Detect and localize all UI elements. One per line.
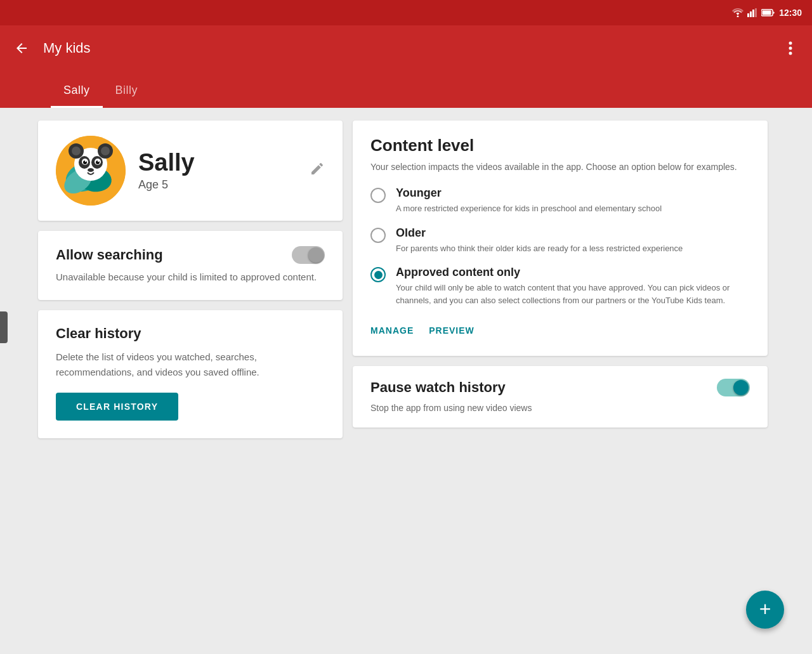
approved-description: Your child will only be able to watch co… xyxy=(396,282,750,306)
svg-rect-2 xyxy=(750,11,752,17)
tab-sally[interactable]: Sally xyxy=(51,84,103,108)
right-column: Content level Your selection impacts the… xyxy=(353,121,768,641)
content-actions: MANAGE PREVIEW xyxy=(370,318,750,341)
status-bar: 12:30 xyxy=(0,0,812,25)
avatar xyxy=(56,136,126,206)
svg-point-9 xyxy=(789,52,792,55)
app-bar: My kids xyxy=(0,25,812,71)
overflow-menu-button[interactable] xyxy=(779,37,802,60)
toggle-knob xyxy=(308,247,324,263)
add-icon: + xyxy=(759,599,771,619)
battery-icon xyxy=(761,9,775,16)
svg-point-17 xyxy=(72,147,81,155)
app-bar-title: My kids xyxy=(43,40,779,56)
svg-rect-1 xyxy=(747,13,749,17)
radio-younger[interactable] xyxy=(370,188,386,203)
clear-history-button[interactable]: CLEAR HISTORY xyxy=(56,393,178,421)
older-info: Older For parents who think their older … xyxy=(396,226,683,255)
pause-card-header: Pause watch history xyxy=(370,379,750,396)
back-button[interactable] xyxy=(10,37,33,60)
older-label: Older xyxy=(396,226,683,240)
pause-history-toggle[interactable] xyxy=(717,379,750,396)
side-handle xyxy=(0,311,8,343)
status-icons: 12:30 xyxy=(732,8,802,18)
allow-searching-toggle[interactable] xyxy=(292,246,325,264)
content-level-title: Content level xyxy=(370,136,750,155)
svg-rect-6 xyxy=(763,11,771,15)
manage-button[interactable]: MANAGE xyxy=(370,320,414,341)
edit-profile-button[interactable] xyxy=(310,161,325,180)
svg-point-26 xyxy=(98,160,99,162)
content-level-card: Content level Your selection impacts the… xyxy=(353,121,768,356)
toggle-knob-on xyxy=(733,380,749,395)
younger-label: Younger xyxy=(396,186,662,200)
profile-age: Age 5 xyxy=(138,178,297,192)
approved-info: Approved content only Your child will on… xyxy=(396,266,750,306)
profile-info: Sally Age 5 xyxy=(138,150,297,192)
radio-option-younger[interactable]: Younger A more restricted experience for… xyxy=(370,186,750,215)
search-card-header: Allow searching xyxy=(56,246,325,264)
radio-older[interactable] xyxy=(370,228,386,243)
wifi-icon xyxy=(732,8,743,17)
younger-description: A more restricted experience for kids in… xyxy=(396,202,662,215)
svg-point-18 xyxy=(101,147,110,155)
radio-option-approved[interactable]: Approved content only Your child will on… xyxy=(370,266,750,306)
clear-history-card: Clear history Delete the list of videos … xyxy=(38,310,343,438)
clear-history-description: Delete the list of videos you watched, s… xyxy=(56,350,325,380)
tab-billy[interactable]: Billy xyxy=(103,84,151,108)
content-level-description: Your selection impacts the videos availa… xyxy=(370,160,750,174)
signal-icon xyxy=(747,8,757,17)
main-content: Sally Age 5 Allow searching Unavailable … xyxy=(0,108,812,654)
approved-label: Approved content only xyxy=(396,266,750,279)
svg-point-25 xyxy=(85,160,86,162)
avatar-image xyxy=(56,136,126,206)
svg-rect-3 xyxy=(752,10,754,17)
radio-approved[interactable] xyxy=(370,267,386,282)
profile-name: Sally xyxy=(138,150,297,176)
younger-info: Younger A more restricted experience for… xyxy=(396,186,662,215)
allow-searching-title: Allow searching xyxy=(56,247,163,263)
svg-point-7 xyxy=(789,42,792,45)
pause-watch-history-card: Pause watch history Stop the app from us… xyxy=(353,366,768,428)
radio-selected-dot xyxy=(374,271,383,279)
svg-point-27 xyxy=(88,168,94,172)
preview-button[interactable]: PREVIEW xyxy=(429,320,475,341)
pause-watch-history-description: Stop the app from using new video views xyxy=(370,402,750,415)
pause-watch-history-title: Pause watch history xyxy=(370,379,506,396)
clear-history-title: Clear history xyxy=(56,325,325,342)
radio-option-older[interactable]: Older For parents who think their older … xyxy=(370,226,750,255)
add-fab[interactable]: + xyxy=(746,591,784,629)
svg-point-0 xyxy=(737,16,739,18)
left-column: Sally Age 5 Allow searching Unavailable … xyxy=(38,121,343,641)
allow-searching-card: Allow searching Unavailable because your… xyxy=(38,231,343,300)
profile-card: Sally Age 5 xyxy=(38,121,343,221)
allow-searching-description: Unavailable because your child is limite… xyxy=(56,270,325,285)
status-time: 12:30 xyxy=(779,8,802,18)
svg-point-8 xyxy=(789,47,792,50)
svg-rect-4 xyxy=(755,8,757,17)
older-description: For parents who think their older kids a… xyxy=(396,242,683,255)
tab-bar: Sally Billy xyxy=(0,71,812,108)
